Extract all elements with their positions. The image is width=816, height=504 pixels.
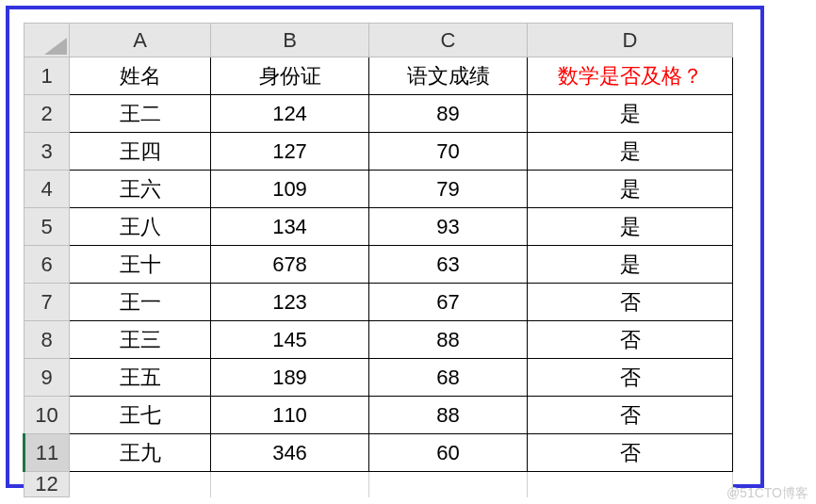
row-header-2[interactable]: 2	[24, 95, 70, 133]
row-header-11[interactable]: 11	[24, 434, 70, 472]
cell-C3[interactable]: 70	[369, 133, 528, 171]
screenshot-frame: A B C D 1 姓名 身份证 语文成绩 数学是否及格？ 2 王二 124 8…	[6, 6, 764, 488]
select-all-corner[interactable]	[24, 24, 70, 57]
row-header-10[interactable]: 10	[24, 397, 70, 434]
cell-C8[interactable]: 88	[369, 321, 528, 359]
cell-D6[interactable]: 是	[528, 246, 733, 284]
cell-A5[interactable]: 王八	[70, 208, 211, 246]
cell-B6[interactable]: 678	[211, 246, 369, 284]
cell-A7[interactable]: 王一	[70, 284, 211, 321]
row-header-5[interactable]: 5	[24, 208, 70, 246]
watermark-text: @51CTO博客	[726, 485, 808, 502]
select-all-triangle-icon	[44, 38, 67, 55]
cell-B3[interactable]: 127	[211, 133, 369, 171]
row-header-4[interactable]: 4	[24, 171, 70, 208]
cell-D10[interactable]: 否	[528, 397, 733, 434]
cell-C12[interactable]	[369, 472, 528, 497]
cell-A2[interactable]: 王二	[70, 95, 211, 133]
spreadsheet-grid: A B C D 1 姓名 身份证 语文成绩 数学是否及格？ 2 王二 124 8…	[23, 23, 733, 497]
cell-B7[interactable]: 123	[211, 284, 369, 321]
column-header-B[interactable]: B	[211, 24, 369, 57]
row-header-7[interactable]: 7	[24, 284, 70, 321]
cell-C10[interactable]: 88	[369, 397, 528, 434]
cell-D1[interactable]: 数学是否及格？	[528, 57, 733, 95]
cell-D2[interactable]: 是	[528, 95, 733, 133]
cell-B1[interactable]: 身份证	[211, 57, 369, 95]
cell-B2[interactable]: 124	[211, 95, 369, 133]
cell-A1[interactable]: 姓名	[70, 57, 211, 95]
cell-A11[interactable]: 王九	[70, 434, 211, 472]
cell-D12[interactable]	[528, 472, 733, 497]
cell-A12[interactable]	[70, 472, 211, 497]
cell-D8[interactable]: 否	[528, 321, 733, 359]
cell-C4[interactable]: 79	[369, 171, 528, 208]
column-header-D[interactable]: D	[528, 24, 733, 57]
cell-C7[interactable]: 67	[369, 284, 528, 321]
cell-B12[interactable]	[211, 472, 369, 497]
row-header-1[interactable]: 1	[24, 57, 70, 95]
cell-C5[interactable]: 93	[369, 208, 528, 246]
cell-D5[interactable]: 是	[528, 208, 733, 246]
row-header-9[interactable]: 9	[24, 359, 70, 397]
cell-A10[interactable]: 王七	[70, 397, 211, 434]
row-header-12[interactable]: 12	[24, 472, 70, 497]
cell-B8[interactable]: 145	[211, 321, 369, 359]
cell-B4[interactable]: 109	[211, 171, 369, 208]
row-header-8[interactable]: 8	[24, 321, 70, 359]
cell-A8[interactable]: 王三	[70, 321, 211, 359]
cell-A6[interactable]: 王十	[70, 246, 211, 284]
cell-C11[interactable]: 60	[369, 434, 528, 472]
cell-D11[interactable]: 否	[528, 434, 733, 472]
cell-B10[interactable]: 110	[211, 397, 369, 434]
cell-B11[interactable]: 346	[211, 434, 369, 472]
row-header-6[interactable]: 6	[24, 246, 70, 284]
cell-C2[interactable]: 89	[369, 95, 528, 133]
cell-B9[interactable]: 189	[211, 359, 369, 397]
cell-B5[interactable]: 134	[211, 208, 369, 246]
cell-A4[interactable]: 王六	[70, 171, 211, 208]
cell-D9[interactable]: 否	[528, 359, 733, 397]
cell-A9[interactable]: 王五	[70, 359, 211, 397]
cell-C9[interactable]: 68	[369, 359, 528, 397]
cell-A3[interactable]: 王四	[70, 133, 211, 171]
column-header-A[interactable]: A	[70, 24, 211, 57]
cell-D4[interactable]: 是	[528, 171, 733, 208]
cell-D3[interactable]: 是	[528, 133, 733, 171]
cell-D7[interactable]: 否	[528, 284, 733, 321]
column-header-C[interactable]: C	[369, 24, 528, 57]
row-header-3[interactable]: 3	[24, 133, 70, 171]
cell-C1[interactable]: 语文成绩	[369, 57, 528, 95]
cell-C6[interactable]: 63	[369, 246, 528, 284]
